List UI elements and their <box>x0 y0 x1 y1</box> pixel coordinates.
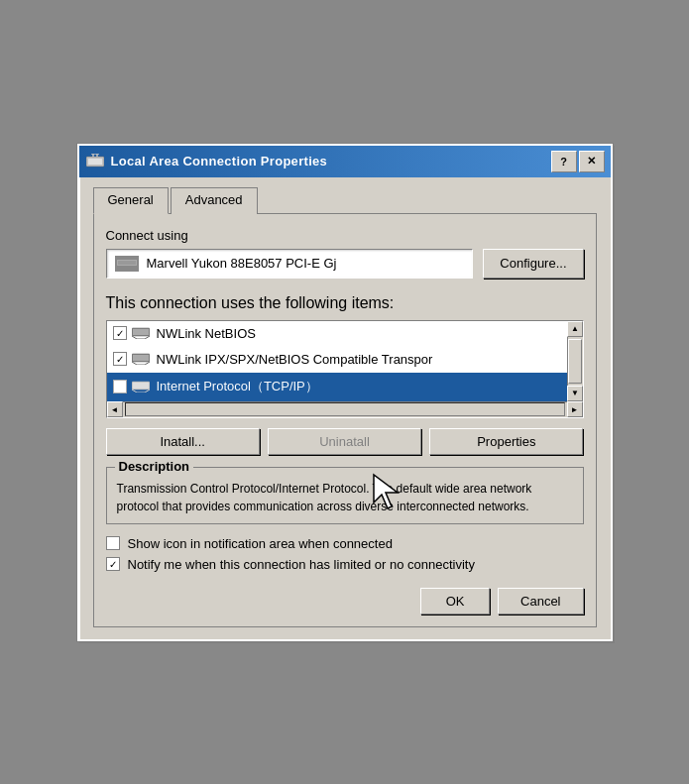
scroll-down-button[interactable]: ▼ <box>567 386 583 401</box>
title-buttons: ? ✕ <box>551 151 605 172</box>
description-text: Transmission Control Protocol/Internet P… <box>117 476 573 515</box>
ok-button[interactable]: OK <box>420 588 490 615</box>
vertical-scrollbar: ▲ ▼ <box>567 321 583 401</box>
scroll-up-button[interactable]: ▲ <box>567 321 583 337</box>
item-checkbox-0[interactable] <box>113 326 127 340</box>
checkbox-row-0: Show icon in notification area when conn… <box>106 536 584 551</box>
description-box: Description Transmission Control Protoco… <box>106 467 584 524</box>
show-icon-checkbox[interactable] <box>106 536 120 550</box>
adapter-row: Marvell Yukon 88E8057 PCI-E Gj Configure… <box>106 249 584 279</box>
item-checkbox-1[interactable] <box>113 352 127 366</box>
network-icon-0 <box>131 326 151 340</box>
uninstall-button[interactable]: Uninatall <box>268 428 421 455</box>
dialog-body: General Advanced Connect using <box>79 177 611 639</box>
svg-line-21 <box>145 390 150 392</box>
title-bar: Local Area Connection Properties ? ✕ <box>79 146 611 177</box>
network-icon-1 <box>131 352 151 366</box>
item-checkbox-2[interactable] <box>113 380 127 393</box>
checkboxes-section: Show icon in notification area when conn… <box>106 536 584 572</box>
notify-limited-label: Notify me when this connection has limit… <box>128 557 475 572</box>
network-icon-2 <box>131 380 151 393</box>
items-inner-list: NWLink NetBIOS <box>107 321 567 401</box>
scroll-right-button[interactable]: ► <box>567 401 583 417</box>
bottom-buttons: OK Cancel <box>106 588 584 615</box>
show-icon-label: Show icon in notification area when conn… <box>128 536 393 551</box>
tab-advanced[interactable]: Advanced <box>171 187 258 214</box>
close-button[interactable]: ✕ <box>579 151 605 172</box>
svg-rect-7 <box>118 261 136 265</box>
list-item[interactable]: NWLink IPX/SPX/NetBIOS Compatible Transp… <box>107 347 567 373</box>
description-legend: Description <box>115 459 194 474</box>
item-label-0: NWLink NetBIOS <box>157 326 256 341</box>
notify-limited-checkbox[interactable] <box>106 557 120 571</box>
svg-rect-19 <box>133 383 149 389</box>
svg-line-16 <box>145 362 150 365</box>
action-buttons: Inatall... Uninatall Properties <box>106 428 584 455</box>
title-icon <box>85 152 105 171</box>
item-label-1: NWLink IPX/SPX/NetBIOS Compatible Transp… <box>157 352 433 367</box>
svg-rect-14 <box>133 355 149 361</box>
svg-line-11 <box>145 336 150 339</box>
help-button[interactable]: ? <box>551 151 577 172</box>
list-item[interactable]: Internet Protocol（TCP/IP） <box>107 373 567 401</box>
connect-using-label: Connect using <box>106 228 584 243</box>
hscroll-track[interactable] <box>125 402 565 416</box>
scroll-thumb[interactable] <box>568 339 582 384</box>
tab-content-general: Connect using Marvell Yukon 88E8057 PCI-… <box>93 213 597 627</box>
adapter-name: Marvell Yukon 88E8057 PCI-E Gj <box>147 256 337 271</box>
cancel-button[interactable]: Cancel <box>498 588 583 615</box>
connection-uses-label: This connection uses the following items… <box>106 294 584 312</box>
svg-rect-1 <box>88 159 102 165</box>
list-item[interactable]: NWLink NetBIOS <box>107 321 567 347</box>
svg-line-20 <box>132 390 137 392</box>
adapter-icon <box>115 256 139 272</box>
tab-strip: General Advanced <box>93 187 597 214</box>
item-label-2: Internet Protocol（TCP/IP） <box>157 378 318 395</box>
svg-line-15 <box>132 362 137 365</box>
scroll-left-button[interactable]: ◄ <box>107 401 123 417</box>
horizontal-scrollbar: ◄ ► <box>107 401 583 417</box>
install-button[interactable]: Inatall... <box>106 428 260 455</box>
properties-button[interactable]: Properties <box>429 428 583 455</box>
svg-line-10 <box>132 336 137 339</box>
configure-button[interactable]: Configure... <box>483 249 583 279</box>
adapter-field: Marvell Yukon 88E8057 PCI-E Gj <box>106 249 474 279</box>
items-list: NWLink NetBIOS <box>107 321 583 401</box>
dialog-title: Local Area Connection Properties <box>111 154 551 168</box>
checkbox-row-1: Notify me when this connection has limit… <box>106 557 584 572</box>
items-list-container: NWLink NetBIOS <box>106 320 584 418</box>
svg-rect-9 <box>133 329 149 335</box>
tab-general[interactable]: General <box>93 187 169 214</box>
